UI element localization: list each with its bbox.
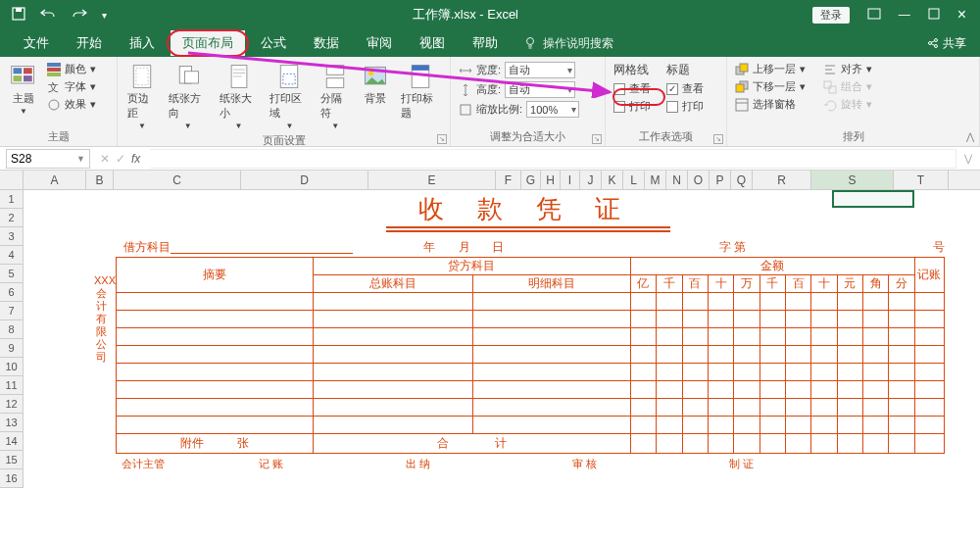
svg-rect-12	[24, 75, 32, 81]
tell-me-label: 操作说明搜索	[543, 35, 613, 52]
send-backward-button[interactable]: 下移一层 ▾	[733, 78, 808, 95]
orientation-button[interactable]: 纸张方向▼	[165, 61, 212, 132]
qat-dropdown-icon[interactable]: ▾	[102, 10, 107, 21]
svg-rect-25	[326, 66, 344, 75]
share-button[interactable]: 共享	[927, 35, 966, 52]
undo-icon[interactable]	[39, 7, 57, 24]
group-page-setup-label: 页面设置	[123, 132, 444, 148]
titlebar: ▾ 工作簿.xlsx - Excel 登录 — ×	[0, 0, 980, 29]
scale-pct[interactable]: 缩放比例: 100%	[457, 100, 581, 119]
svg-point-4	[527, 38, 534, 45]
tab-file[interactable]: 文件	[12, 30, 61, 56]
select-all-corner[interactable]	[0, 171, 24, 190]
tab-review[interactable]: 审阅	[355, 30, 404, 56]
formula-input[interactable]	[150, 149, 956, 169]
sig-mgr: 会计主管	[122, 457, 165, 471]
minimize-icon[interactable]: —	[899, 8, 910, 22]
fonts-button[interactable]: 文字体 ▾	[45, 78, 98, 95]
maximize-icon[interactable]	[928, 8, 940, 23]
scale-launcher[interactable]: ↘	[592, 134, 602, 144]
height-combo[interactable]: 自动	[505, 81, 575, 98]
svg-rect-31	[461, 105, 470, 115]
expand-fx-icon[interactable]: ⋁	[956, 153, 980, 164]
effects-button[interactable]: 效果 ▾	[45, 96, 98, 113]
tab-view[interactable]: 视图	[408, 30, 457, 56]
voucher-form: 收款凭证 借方科目 年 月 日 字 第 号 摘要 贷方科目 金额 记账 总账科目…	[112, 192, 945, 232]
cell-canvas[interactable]: 收款凭证 借方科目 年 月 日 字 第 号 摘要 贷方科目 金额 记账 总账科目…	[24, 190, 980, 540]
rotate-button[interactable]: 旋转 ▾	[821, 96, 874, 113]
svg-point-17	[49, 100, 59, 110]
th-amount: 金额	[630, 258, 914, 275]
row-headers[interactable]: 12345678910111213141516	[0, 190, 24, 488]
fx-icon[interactable]: fx	[131, 152, 140, 166]
sig-make: 制 证	[729, 457, 754, 471]
tab-insert[interactable]: 插入	[118, 30, 167, 56]
collapse-ribbon-icon[interactable]: ⋀	[966, 131, 974, 142]
svg-rect-2	[868, 9, 880, 19]
name-box[interactable]: S28▼	[6, 149, 90, 169]
th-credit: 贷方科目	[313, 258, 630, 275]
svg-rect-10	[24, 68, 32, 74]
gridlines-header: 网格线	[612, 61, 653, 79]
group-scale-label: 调整为合适大小	[457, 128, 599, 144]
enter-icon[interactable]: ✓	[116, 152, 125, 166]
checkbox-icon	[613, 83, 625, 95]
close-icon[interactable]: ×	[957, 6, 966, 24]
svg-rect-13	[47, 63, 61, 67]
tab-page-layout-label: 页面布局	[182, 35, 233, 50]
fx-buttons: ✕ ✓ fx	[90, 152, 150, 166]
scale-combo[interactable]: 100%	[526, 101, 579, 118]
tell-me[interactable]: 操作说明搜索	[523, 35, 613, 52]
column-headers[interactable]: ABCDEFGHIJKLMNOPQRST	[24, 171, 980, 190]
login-button[interactable]: 登录	[812, 7, 850, 24]
headings-view-check[interactable]: 查看	[664, 80, 706, 97]
background-button[interactable]: 背景	[358, 61, 393, 108]
save-icon[interactable]	[12, 7, 25, 24]
svg-rect-11	[14, 75, 23, 81]
size-button[interactable]: 纸张大小▼	[216, 61, 263, 132]
bring-forward-button[interactable]: 上移一层 ▾	[733, 61, 808, 77]
scale-height[interactable]: 高度: 自动	[457, 80, 581, 99]
selected-cell	[832, 190, 914, 208]
print-titles-button[interactable]: 打印标题	[397, 61, 444, 123]
gridlines-print-check[interactable]: 打印	[612, 98, 653, 115]
zidi-label: 字 第	[719, 239, 746, 256]
scale-width[interactable]: 宽度: 自动	[457, 61, 581, 79]
ribbon-display-icon[interactable]	[867, 8, 881, 23]
sig-book: 记 账	[259, 457, 283, 471]
tab-home[interactable]: 开始	[65, 30, 114, 56]
breaks-button[interactable]: 分隔符▼	[317, 61, 354, 132]
tab-data[interactable]: 数据	[302, 30, 351, 56]
worksheet[interactable]: ABCDEFGHIJKLMNOPQRST 1234567891011121314…	[0, 171, 980, 540]
print-area-button[interactable]: 打印区域▼	[266, 61, 313, 132]
group-arrange: 上移一层 ▾ 下移一层 ▾ 选择窗格 对齐 ▾ 组合 ▾ 旋转 ▾ 排列	[727, 57, 980, 146]
svg-rect-38	[829, 86, 836, 93]
width-combo[interactable]: 自动	[505, 62, 575, 78]
page-setup-launcher[interactable]: ↘	[437, 134, 447, 144]
themes-button[interactable]: 主题 ▼	[6, 61, 41, 118]
themes-label: 主题	[13, 91, 34, 106]
group-sheet-options-label: 工作表选项	[612, 128, 720, 144]
headings-print-check[interactable]: 打印	[664, 98, 706, 115]
svg-rect-15	[47, 73, 61, 76]
quick-access-toolbar: ▾	[0, 7, 119, 24]
svg-rect-3	[929, 9, 939, 19]
align-button[interactable]: 对齐 ▾	[821, 61, 874, 77]
gridlines-view-check[interactable]: 查看	[612, 80, 653, 97]
tab-formulas[interactable]: 公式	[249, 30, 298, 56]
date-month-label: 月	[459, 239, 470, 256]
tab-help[interactable]: 帮助	[461, 30, 510, 56]
sig-cash: 出 纳	[406, 457, 430, 471]
date-day-label: 日	[492, 239, 504, 256]
colors-button[interactable]: 颜色 ▾	[45, 61, 98, 77]
window-title: 工作簿.xlsx - Excel	[119, 6, 812, 24]
svg-rect-30	[412, 66, 429, 71]
cancel-icon[interactable]: ✕	[100, 152, 110, 166]
redo-icon[interactable]	[71, 7, 88, 24]
group-button[interactable]: 组合 ▾	[821, 78, 874, 95]
tab-page-layout[interactable]: 页面布局	[171, 30, 245, 56]
svg-rect-14	[47, 68, 61, 72]
margins-button[interactable]: 页边距▼	[123, 61, 161, 132]
sheet-options-launcher[interactable]: ↘	[713, 134, 723, 144]
selection-pane-button[interactable]: 选择窗格	[733, 96, 808, 113]
